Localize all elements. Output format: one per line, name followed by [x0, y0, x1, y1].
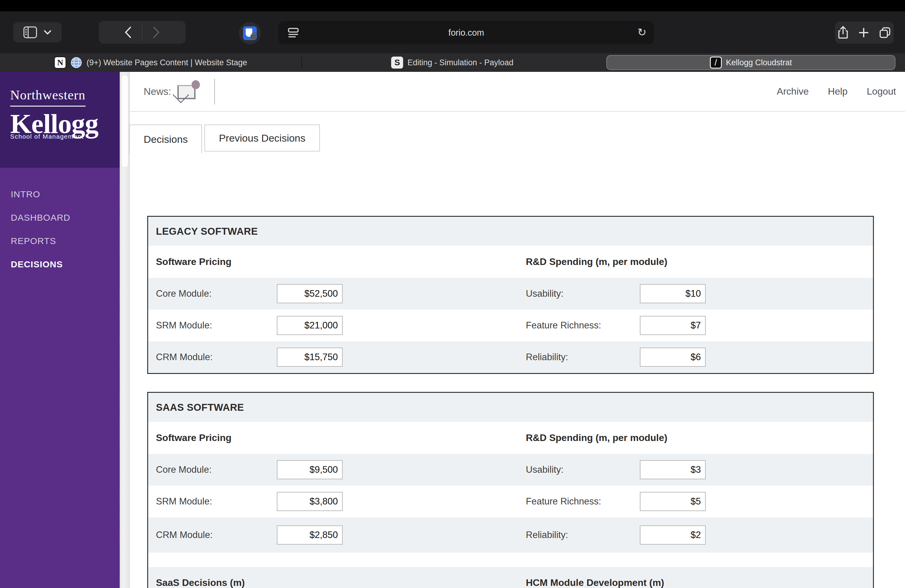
tab-previous-decisions[interactable]: Previous Decisions: [205, 124, 320, 151]
tab-overview-button[interactable]: [879, 27, 891, 39]
page-body: Northwestern Kellogg School of Managemen…: [0, 72, 905, 588]
logout-link[interactable]: Logout: [867, 86, 896, 97]
address-bar[interactable]: forio.com ↻: [278, 21, 654, 44]
usability-label: Usability:: [526, 464, 564, 475]
news-label: News:: [144, 86, 171, 97]
news-envelope-icon[interactable]: [178, 84, 197, 99]
software-pricing-header: Software Pricing: [156, 432, 232, 443]
panel-footer-row: SaaS Decisions (m) HCM Module Developmen…: [148, 567, 873, 588]
extension-shield-lock-icon: [243, 26, 257, 40]
sidebar-item-reports[interactable]: REPORTS: [0, 229, 120, 253]
saas-srm-module-input[interactable]: [277, 492, 343, 511]
browser-tab-label: Editing - Simulation - Payload: [407, 58, 513, 67]
reliability-label: Reliability:: [526, 352, 568, 362]
legacy-core-module-input[interactable]: [277, 284, 343, 303]
payload-icon: S: [391, 57, 403, 68]
browser-tab-strip: N (9+) Website Pages Content | Website S…: [0, 53, 905, 72]
saas-feature-richness-input[interactable]: [640, 492, 706, 511]
saas-usability-input[interactable]: [640, 460, 706, 479]
panel-subheader-row: Software Pricing R&D Spending (m, per mo…: [148, 422, 873, 454]
panel-spacer-row: [148, 553, 873, 567]
sidebar-item-dashboard[interactable]: DASHBOARD: [0, 206, 120, 229]
panel-title: SAAS SOFTWARE: [156, 402, 244, 413]
new-tab-button[interactable]: [859, 27, 869, 38]
url-text: forio.com: [278, 28, 654, 38]
main-content: News: Archive Help Logout Decisions Prev…: [130, 72, 905, 588]
core-module-label: Core Module:: [156, 288, 211, 299]
reload-button[interactable]: ↻: [637, 26, 646, 39]
browser-tab-payload[interactable]: S Editing - Simulation - Payload: [302, 53, 603, 72]
feature-richness-label: Feature Richness:: [526, 496, 601, 507]
share-button[interactable]: [838, 26, 848, 39]
screen: forio.com ↻ N: [0, 0, 905, 588]
panel-title: LEGACY SOFTWARE: [156, 226, 258, 237]
decisions-tabs: Decisions Previous Decisions: [130, 124, 905, 153]
toolbar-right-group: [835, 22, 894, 44]
saas-core-module-input[interactable]: [277, 460, 343, 479]
decision-row: Core Module: Usability:: [148, 454, 873, 486]
browser-tab-website-stage[interactable]: N (9+) Website Pages Content | Website S…: [0, 53, 302, 72]
sidebar-item-label: INTRO: [11, 189, 40, 199]
browser-tab-kellogg-cloudstrat[interactable]: / Kellogg Cloudstrat: [607, 55, 895, 70]
panel-header: LEGACY SOFTWARE: [148, 217, 873, 246]
nav-divider: [142, 25, 143, 40]
header-links: Archive Help Logout: [777, 86, 896, 97]
core-module-label: Core Module:: [156, 464, 211, 475]
saas-software-panel: SAAS SOFTWARE Software Pricing R&D Spend…: [147, 392, 874, 588]
feature-richness-label: Feature Richness:: [526, 320, 601, 331]
panel-header: SAAS SOFTWARE: [148, 393, 873, 422]
sidebar-item-label: REPORTS: [11, 236, 56, 246]
scrollbar-thumb[interactable]: [121, 75, 129, 168]
decision-row: CRM Module: Reliability:: [148, 341, 873, 373]
decision-row: CRM Module: Reliability:: [148, 517, 873, 553]
forio-icon: /: [710, 57, 722, 68]
sidebar-nav: INTRO DASHBOARD REPORTS DECISIONS: [0, 168, 120, 276]
rd-spending-header: R&D Spending (m, per module): [526, 432, 667, 443]
sidebar-toggle-icon: [23, 26, 37, 38]
legacy-crm-module-input[interactable]: [277, 348, 343, 367]
usability-label: Usability:: [526, 288, 564, 299]
help-link[interactable]: Help: [828, 86, 848, 97]
crm-module-label: CRM Module:: [156, 352, 213, 362]
decision-row: SRM Module: Feature Richness:: [148, 310, 873, 341]
sidebar: Northwestern Kellogg School of Managemen…: [0, 72, 120, 588]
sidebar-toggle-button[interactable]: [13, 22, 62, 43]
legacy-srm-module-input[interactable]: [277, 316, 343, 335]
notion-icon: N: [54, 57, 66, 68]
logo-school-of-management: School of Management: [10, 133, 120, 140]
saas-decisions-header: SaaS Decisions (m): [156, 577, 245, 588]
legacy-feature-richness-input[interactable]: [640, 316, 706, 335]
archive-link[interactable]: Archive: [777, 86, 809, 97]
srm-module-label: SRM Module:: [156, 320, 212, 331]
sidebar-item-intro[interactable]: INTRO: [0, 183, 120, 206]
legacy-usability-input[interactable]: [640, 284, 706, 303]
tab-decisions[interactable]: Decisions: [129, 124, 202, 153]
srm-module-label: SRM Module:: [156, 496, 212, 507]
saas-crm-module-input[interactable]: [277, 525, 343, 545]
hcm-module-development-header: HCM Module Development (m): [526, 577, 664, 588]
extension-button[interactable]: [239, 22, 261, 44]
sidebar-item-label: DASHBOARD: [11, 213, 70, 223]
software-pricing-header: Software Pricing: [156, 256, 232, 267]
legacy-reliability-input[interactable]: [640, 348, 706, 367]
rd-spending-header: R&D Spending (m, per module): [526, 256, 667, 267]
scrollbar-gutter[interactable]: [120, 72, 130, 588]
legacy-software-panel: LEGACY SOFTWARE Software Pricing R&D Spe…: [147, 216, 874, 374]
app-header: News: Archive Help Logout: [130, 72, 905, 112]
back-button[interactable]: [124, 26, 132, 38]
browser-tab-label: (9+) Website Pages Content | Website Sta…: [86, 58, 247, 67]
sidebar-item-decisions[interactable]: DECISIONS: [0, 253, 120, 276]
sidebar-item-label: DECISIONS: [11, 259, 63, 269]
logo-northwestern: Northwestern: [10, 87, 86, 106]
menu-bar-strip: [0, 0, 905, 11]
saas-reliability-input[interactable]: [640, 525, 706, 545]
navigation-buttons: [99, 21, 186, 44]
header-divider: [214, 79, 215, 105]
reliability-label: Reliability:: [526, 530, 568, 540]
globe-icon: [70, 57, 82, 68]
news-badge: [192, 80, 200, 89]
chevron-down-icon: [44, 30, 51, 35]
decision-row: SRM Module: Feature Richness:: [148, 486, 873, 517]
forward-button[interactable]: [152, 26, 160, 38]
panel-subheader-row: Software Pricing R&D Spending (m, per mo…: [148, 246, 873, 278]
